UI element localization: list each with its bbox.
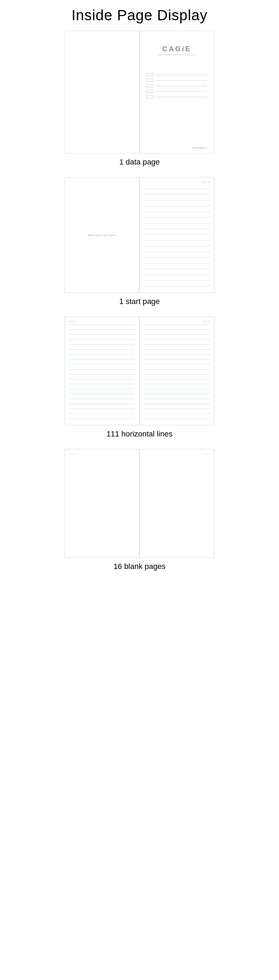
start-page-left: Write Down Your World (65, 177, 139, 293)
ruled-line (69, 414, 135, 414)
ruled-line (143, 349, 210, 350)
start-page-right: CAGIE (139, 177, 214, 293)
ruled-line (143, 374, 210, 374)
lined-content-right (143, 325, 210, 422)
ruled-line (143, 223, 210, 223)
ruled-line (69, 354, 135, 355)
ruled-line (143, 334, 210, 335)
ruled-line (69, 334, 135, 335)
section-blank-pages-label: 16 blank pages (113, 562, 165, 571)
grid-box-1 (147, 73, 153, 76)
ruled-line (69, 389, 135, 389)
ruled-line (143, 329, 210, 330)
grid-line-4 (156, 91, 207, 92)
ruled-line (143, 206, 210, 206)
data-grid-row-3 (147, 84, 207, 87)
ruled-line (143, 257, 210, 258)
lined-page-left-cagie: CAGIE (69, 320, 135, 323)
ruled-line (69, 374, 135, 374)
ruled-line (143, 404, 210, 404)
blank-content-right (143, 457, 210, 554)
ruled-line (143, 286, 210, 286)
spread-data-page: CAGiE ONLY MADE BETTER QUALITY (65, 31, 214, 153)
start-page-text: Write Down Your World (88, 234, 116, 237)
ruled-line (143, 217, 210, 218)
start-page-cagie-label: CAGIE (143, 181, 210, 183)
ruled-line (69, 359, 135, 360)
lined-content-left (69, 325, 135, 422)
ruled-line (69, 349, 135, 350)
ruled-line (69, 325, 135, 325)
section-lined-pages-label: 111 horizontal lines (106, 430, 173, 439)
blank-page-left: CAGIE (65, 449, 139, 557)
grid-box-5 (147, 95, 153, 98)
ruled-line (143, 344, 210, 345)
ruled-line (69, 379, 135, 379)
ruled-line (143, 364, 210, 364)
ruled-line (143, 389, 210, 389)
ruled-line (143, 325, 210, 325)
ruled-line (69, 404, 135, 404)
spread-blank-pages: CAGIE CAGIE (65, 449, 214, 558)
data-grid-row-4 (147, 90, 207, 93)
data-page-right: CAGiE ONLY MADE BETTER QUALITY (139, 31, 214, 153)
lined-page-right: CAGIE (139, 317, 214, 425)
data-grid-row-5 (147, 95, 207, 98)
data-grid-row-2 (147, 79, 207, 81)
grid-box-4 (147, 90, 153, 93)
grid-line-3 (156, 86, 207, 86)
blank-content-left (69, 457, 135, 554)
grid-line-1 (156, 75, 207, 75)
data-page-website: www.cagie.cn (192, 146, 207, 149)
ruled-line (69, 344, 135, 345)
grid-line-5 (156, 97, 207, 97)
spread-start-page: Write Down Your World CAGIE (65, 177, 214, 293)
section-lined-pages: CAGIE (0, 317, 279, 439)
ruled-line (69, 409, 135, 409)
ruled-line (143, 229, 210, 229)
section-blank-pages: CAGIE CAGIE 16 blank pages (0, 449, 279, 571)
ruled-line (143, 418, 210, 419)
cagie-logo-text: CAGiE (162, 45, 191, 53)
ruled-line (143, 212, 210, 212)
ruled-line (143, 280, 210, 281)
section-data-page-label: 1 data page (119, 158, 160, 167)
ruled-line (143, 369, 210, 369)
ruled-line (69, 369, 135, 369)
start-page-ruled-lines (143, 186, 210, 289)
cagie-tagline: ONLY MADE BETTER QUALITY (157, 54, 196, 56)
spread-lined-pages: CAGIE (65, 317, 214, 425)
ruled-line (143, 240, 210, 240)
blank-page-right: CAGIE (139, 449, 214, 557)
grid-box-3 (147, 84, 153, 87)
ruled-line (143, 246, 210, 246)
ruled-line (143, 263, 210, 264)
grid-box-2 (147, 79, 153, 81)
ruled-line (69, 399, 135, 399)
lined-page-left: CAGIE (65, 317, 139, 425)
cagie-logo: CAGiE ONLY MADE BETTER QUALITY (157, 45, 196, 56)
ruled-line (69, 394, 135, 394)
ruled-line (143, 189, 210, 189)
ruled-line (143, 384, 210, 384)
ruled-line (143, 409, 210, 409)
ruled-line (69, 418, 135, 419)
data-grid (147, 73, 207, 101)
grid-line-2 (156, 80, 207, 81)
ruled-line (143, 359, 210, 360)
ruled-line (143, 252, 210, 252)
section-data-page: CAGiE ONLY MADE BETTER QUALITY (0, 31, 279, 167)
section-start-page: Write Down Your World CAGIE (0, 177, 279, 306)
ruled-line (143, 354, 210, 355)
ruled-line (143, 399, 210, 399)
ruled-line (143, 379, 210, 379)
ruled-line (143, 414, 210, 414)
data-grid-row-1 (147, 73, 207, 76)
ruled-line (69, 364, 135, 364)
lined-page-right-cagie: CAGIE (143, 320, 210, 323)
blank-page-left-cagie: CAGIE (69, 453, 135, 455)
data-page-left (65, 31, 139, 153)
ruled-line (143, 234, 210, 235)
ruled-line (69, 329, 135, 330)
section-start-page-label: 1 start page (119, 297, 160, 306)
